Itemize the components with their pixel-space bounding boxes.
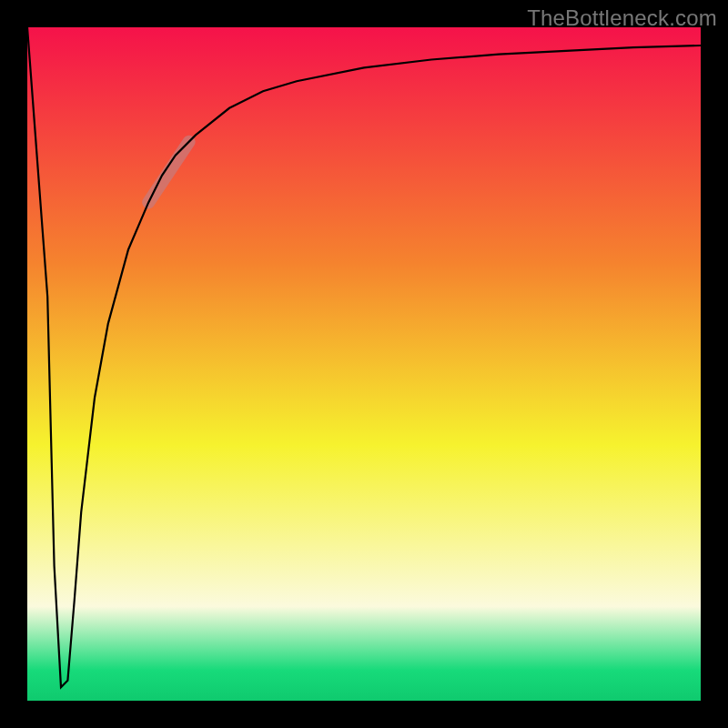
bottleneck-curve [27, 27, 701, 687]
curve-layer [27, 27, 701, 701]
chart-canvas: TheBottleneck.com [0, 0, 728, 728]
highlight-segment [148, 142, 188, 203]
plot-area [27, 27, 701, 701]
